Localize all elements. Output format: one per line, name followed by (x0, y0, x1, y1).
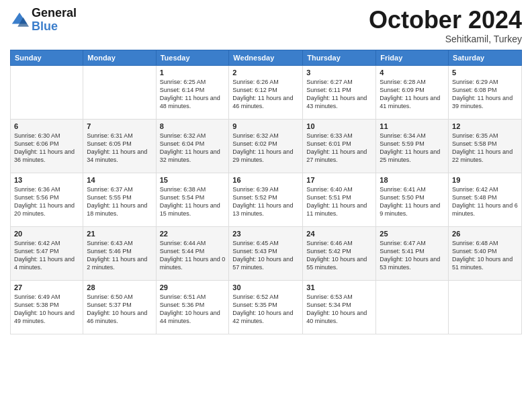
week-row-5: 27Sunrise: 6:49 AM Sunset: 5:38 PM Dayli… (11, 280, 522, 334)
day-number: 28 (87, 283, 152, 291)
day-number: 20 (14, 230, 79, 238)
day-info: Sunrise: 6:47 AM Sunset: 5:41 PM Dayligh… (380, 239, 445, 272)
day-cell: 1Sunrise: 6:25 AM Sunset: 6:14 PM Daylig… (156, 65, 229, 119)
day-cell: 11Sunrise: 6:34 AM Sunset: 5:59 PM Dayli… (376, 119, 449, 173)
day-cell: 23Sunrise: 6:45 AM Sunset: 5:43 PM Dayli… (229, 226, 303, 280)
day-cell: 27Sunrise: 6:49 AM Sunset: 5:38 PM Dayli… (11, 280, 83, 334)
day-number: 16 (232, 176, 299, 184)
day-cell: 12Sunrise: 6:35 AM Sunset: 5:58 PM Dayli… (449, 119, 522, 173)
day-number: 9 (232, 122, 299, 130)
week-row-4: 20Sunrise: 6:42 AM Sunset: 5:47 PM Dayli… (11, 226, 522, 280)
col-header-friday: Friday (376, 50, 449, 65)
day-info: Sunrise: 6:41 AM Sunset: 5:50 PM Dayligh… (380, 185, 445, 218)
day-cell: 29Sunrise: 6:51 AM Sunset: 5:36 PM Dayli… (156, 280, 229, 334)
col-header-monday: Monday (83, 50, 156, 65)
day-cell (449, 280, 522, 334)
day-cell: 18Sunrise: 6:41 AM Sunset: 5:50 PM Dayli… (376, 173, 449, 226)
day-cell: 26Sunrise: 6:48 AM Sunset: 5:40 PM Dayli… (449, 226, 522, 280)
day-cell: 3Sunrise: 6:27 AM Sunset: 6:11 PM Daylig… (303, 65, 376, 119)
day-number: 18 (380, 176, 445, 184)
day-number: 3 (306, 68, 372, 77)
day-cell: 16Sunrise: 6:39 AM Sunset: 5:52 PM Dayli… (229, 173, 303, 226)
day-info: Sunrise: 6:36 AM Sunset: 5:56 PM Dayligh… (14, 185, 79, 218)
day-info: Sunrise: 6:46 AM Sunset: 5:42 PM Dayligh… (306, 239, 372, 272)
day-cell: 9Sunrise: 6:32 AM Sunset: 6:02 PM Daylig… (229, 119, 303, 173)
day-cell: 30Sunrise: 6:52 AM Sunset: 5:35 PM Dayli… (229, 280, 303, 334)
day-cell: 19Sunrise: 6:42 AM Sunset: 5:48 PM Dayli… (449, 173, 522, 226)
day-number: 5 (452, 68, 518, 77)
day-number: 7 (87, 122, 152, 130)
week-row-3: 13Sunrise: 6:36 AM Sunset: 5:56 PM Dayli… (11, 173, 522, 226)
day-info: Sunrise: 6:53 AM Sunset: 5:34 PM Dayligh… (306, 293, 372, 326)
day-number: 13 (14, 176, 79, 184)
day-info: Sunrise: 6:52 AM Sunset: 5:35 PM Dayligh… (232, 293, 299, 326)
day-cell (83, 65, 156, 119)
day-number: 21 (87, 230, 152, 238)
day-info: Sunrise: 6:31 AM Sunset: 6:05 PM Dayligh… (87, 132, 152, 165)
day-cell: 8Sunrise: 6:32 AM Sunset: 6:04 PM Daylig… (156, 119, 229, 173)
day-cell: 7Sunrise: 6:31 AM Sunset: 6:05 PM Daylig… (83, 119, 156, 173)
day-cell: 21Sunrise: 6:43 AM Sunset: 5:46 PM Dayli… (83, 226, 156, 280)
day-info: Sunrise: 6:51 AM Sunset: 5:36 PM Dayligh… (160, 293, 226, 326)
day-info: Sunrise: 6:32 AM Sunset: 6:04 PM Dayligh… (160, 132, 226, 165)
day-cell: 31Sunrise: 6:53 AM Sunset: 5:34 PM Dayli… (303, 280, 376, 334)
day-cell: 24Sunrise: 6:46 AM Sunset: 5:42 PM Dayli… (303, 226, 376, 280)
day-number: 11 (380, 122, 445, 130)
day-cell: 2Sunrise: 6:26 AM Sunset: 6:12 PM Daylig… (229, 65, 303, 119)
day-info: Sunrise: 6:33 AM Sunset: 6:01 PM Dayligh… (306, 132, 372, 165)
logo-icon (10, 11, 29, 30)
day-cell: 10Sunrise: 6:33 AM Sunset: 6:01 PM Dayli… (303, 119, 376, 173)
day-info: Sunrise: 6:29 AM Sunset: 6:08 PM Dayligh… (452, 78, 518, 111)
day-number: 24 (306, 230, 372, 238)
day-info: Sunrise: 6:42 AM Sunset: 5:48 PM Dayligh… (452, 185, 518, 218)
day-info: Sunrise: 6:43 AM Sunset: 5:46 PM Dayligh… (87, 239, 152, 272)
calendar-header-row: SundayMondayTuesdayWednesdayThursdayFrid… (11, 50, 522, 65)
day-info: Sunrise: 6:30 AM Sunset: 6:06 PM Dayligh… (14, 132, 79, 165)
day-number: 2 (232, 68, 299, 77)
day-number: 15 (160, 176, 226, 184)
day-cell: 5Sunrise: 6:29 AM Sunset: 6:08 PM Daylig… (449, 65, 522, 119)
logo-general: General (32, 7, 77, 20)
day-number: 22 (160, 230, 226, 238)
day-info: Sunrise: 6:25 AM Sunset: 6:14 PM Dayligh… (160, 78, 226, 111)
day-cell: 15Sunrise: 6:38 AM Sunset: 5:54 PM Dayli… (156, 173, 229, 226)
day-info: Sunrise: 6:35 AM Sunset: 5:58 PM Dayligh… (452, 132, 518, 165)
day-info: Sunrise: 6:37 AM Sunset: 5:55 PM Dayligh… (87, 185, 152, 218)
day-cell: 28Sunrise: 6:50 AM Sunset: 5:37 PM Dayli… (83, 280, 156, 334)
week-row-2: 6Sunrise: 6:30 AM Sunset: 6:06 PM Daylig… (11, 119, 522, 173)
day-info: Sunrise: 6:38 AM Sunset: 5:54 PM Dayligh… (160, 185, 226, 218)
logo-blue: Blue (32, 20, 77, 34)
day-number: 8 (160, 122, 226, 130)
title-area: October 2024 Sehitkamil, Turkey (369, 7, 522, 44)
day-number: 25 (380, 230, 445, 238)
day-cell: 4Sunrise: 6:28 AM Sunset: 6:09 PM Daylig… (376, 65, 449, 119)
day-number: 12 (452, 122, 518, 130)
day-number: 4 (380, 68, 445, 77)
page: General Blue October 2024 Sehitkamil, Tu… (0, 0, 532, 411)
month-title: October 2024 (369, 7, 522, 34)
header: General Blue October 2024 Sehitkamil, Tu… (10, 7, 522, 44)
day-info: Sunrise: 6:39 AM Sunset: 5:52 PM Dayligh… (232, 185, 299, 218)
col-header-wednesday: Wednesday (229, 50, 303, 65)
week-row-1: 1Sunrise: 6:25 AM Sunset: 6:14 PM Daylig… (11, 65, 522, 119)
day-cell: 13Sunrise: 6:36 AM Sunset: 5:56 PM Dayli… (11, 173, 83, 226)
day-number: 27 (14, 283, 79, 291)
day-info: Sunrise: 6:27 AM Sunset: 6:11 PM Dayligh… (306, 78, 372, 111)
day-number: 30 (232, 283, 299, 291)
day-info: Sunrise: 6:42 AM Sunset: 5:47 PM Dayligh… (14, 239, 79, 272)
day-info: Sunrise: 6:49 AM Sunset: 5:38 PM Dayligh… (14, 293, 79, 326)
day-info: Sunrise: 6:32 AM Sunset: 6:02 PM Dayligh… (232, 132, 299, 165)
day-info: Sunrise: 6:28 AM Sunset: 6:09 PM Dayligh… (380, 78, 445, 111)
day-cell (376, 280, 449, 334)
day-cell: 25Sunrise: 6:47 AM Sunset: 5:41 PM Dayli… (376, 226, 449, 280)
day-number: 19 (452, 176, 518, 184)
day-number: 10 (306, 122, 372, 130)
col-header-sunday: Sunday (11, 50, 83, 65)
day-number: 29 (160, 283, 226, 291)
day-info: Sunrise: 6:26 AM Sunset: 6:12 PM Dayligh… (232, 78, 299, 111)
day-info: Sunrise: 6:44 AM Sunset: 5:44 PM Dayligh… (160, 239, 226, 272)
day-info: Sunrise: 6:48 AM Sunset: 5:40 PM Dayligh… (452, 239, 518, 272)
day-cell: 20Sunrise: 6:42 AM Sunset: 5:47 PM Dayli… (11, 226, 83, 280)
col-header-thursday: Thursday (303, 50, 376, 65)
day-number: 14 (87, 176, 152, 184)
